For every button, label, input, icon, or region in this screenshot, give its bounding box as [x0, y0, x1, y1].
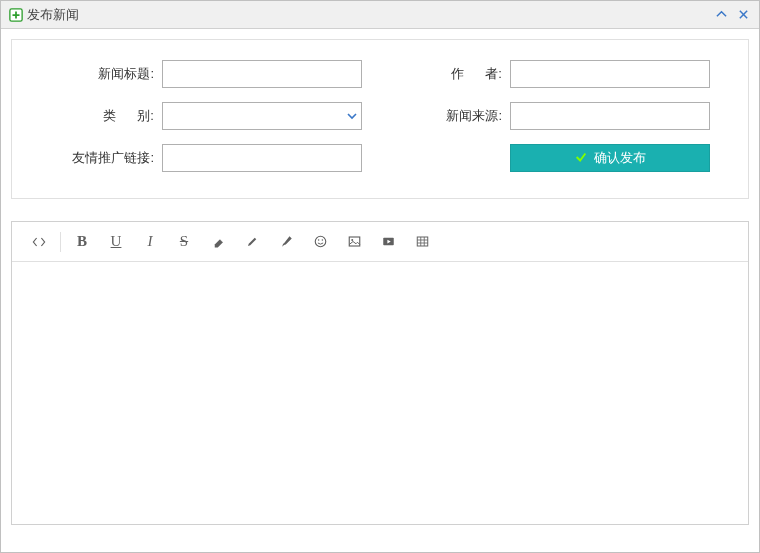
- source-input[interactable]: [510, 102, 710, 130]
- check-icon: [574, 150, 588, 167]
- italic-icon[interactable]: I: [133, 225, 167, 259]
- pencil-icon[interactable]: [235, 225, 269, 259]
- bold-icon[interactable]: B: [65, 225, 99, 259]
- category-select[interactable]: [162, 102, 362, 130]
- svg-point-2: [317, 239, 319, 241]
- author-input[interactable]: [510, 60, 710, 88]
- code-view-icon[interactable]: [22, 225, 56, 259]
- titlebar-left: 发布新闻: [9, 6, 713, 24]
- publish-news-window: 发布新闻 新闻标题: 作 者:: [0, 0, 760, 553]
- video-icon[interactable]: [371, 225, 405, 259]
- titlebar-controls: [713, 7, 751, 23]
- window-content: 新闻标题: 作 者: 类 别:: [1, 29, 759, 535]
- title-group: 新闻标题:: [32, 60, 380, 88]
- strikethrough-icon[interactable]: S: [167, 225, 201, 259]
- link-group: 友情推广链接:: [32, 144, 380, 172]
- title-input[interactable]: [162, 60, 362, 88]
- image-icon[interactable]: [337, 225, 371, 259]
- editor-body[interactable]: [12, 262, 748, 524]
- form-row-3: 友情推广链接: 确认发布: [32, 144, 728, 172]
- submit-label: 确认发布: [594, 149, 646, 167]
- category-label: 类 别:: [32, 107, 162, 125]
- form-row-2: 类 别: 新闻来源:: [32, 102, 728, 130]
- source-label: 新闻来源:: [380, 107, 510, 125]
- submit-group: 确认发布: [380, 144, 728, 172]
- chevron-down-icon[interactable]: [343, 110, 361, 122]
- emoji-icon[interactable]: [303, 225, 337, 259]
- svg-rect-4: [349, 237, 360, 246]
- svg-point-5: [351, 239, 353, 241]
- window-title: 发布新闻: [27, 6, 79, 24]
- table-icon[interactable]: [405, 225, 439, 259]
- author-label: 作 者:: [380, 65, 510, 83]
- form-panel: 新闻标题: 作 者: 类 别:: [11, 39, 749, 199]
- editor-panel: B U I S: [11, 221, 749, 525]
- toolbar-separator: [60, 232, 61, 252]
- category-select-input[interactable]: [163, 103, 343, 129]
- link-input[interactable]: [162, 144, 362, 172]
- brush-icon[interactable]: [269, 225, 303, 259]
- svg-point-3: [321, 239, 323, 241]
- category-group: 类 别:: [32, 102, 380, 130]
- source-group: 新闻来源:: [380, 102, 728, 130]
- author-group: 作 者:: [380, 60, 728, 88]
- submit-button[interactable]: 确认发布: [510, 144, 710, 172]
- plus-icon: [9, 8, 23, 22]
- link-label: 友情推广链接:: [32, 149, 162, 167]
- underline-icon[interactable]: U: [99, 225, 133, 259]
- svg-point-1: [315, 236, 326, 247]
- title-label: 新闻标题:: [32, 65, 162, 83]
- eraser-icon[interactable]: [201, 225, 235, 259]
- collapse-icon[interactable]: [713, 7, 729, 23]
- titlebar: 发布新闻: [1, 1, 759, 29]
- form-row-1: 新闻标题: 作 者:: [32, 60, 728, 88]
- close-icon[interactable]: [735, 7, 751, 23]
- editor-toolbar: B U I S: [12, 222, 748, 262]
- svg-rect-7: [417, 237, 428, 246]
